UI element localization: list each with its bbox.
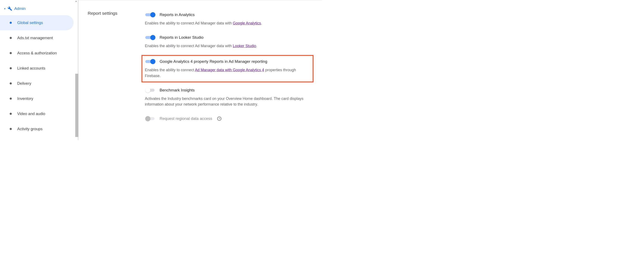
- bullet-icon: [10, 82, 12, 84]
- setting-description: Enables the ability to connect Ad Manage…: [145, 67, 309, 79]
- setting-header: Reports in Looker Studio: [145, 34, 316, 41]
- setting-header: Request regional data access ?: [145, 115, 316, 122]
- toggle-thumb: [150, 35, 156, 40]
- setting-title: Reports in Looker Studio: [160, 35, 204, 40]
- bullet-icon: [10, 97, 12, 100]
- settings-column: Reports in Analytics Enables the ability…: [145, 9, 316, 127]
- setting-description: Activates the Industry benchmarks card o…: [145, 96, 316, 108]
- main-content: Report settings Reports in Analytics Ena…: [78, 0, 322, 140]
- sidebar-item-label: Video and audio: [17, 111, 45, 116]
- sidebar-item-video-audio[interactable]: Video and audio: [0, 106, 78, 121]
- toggle-thumb: [150, 12, 156, 17]
- bullet-icon: [10, 67, 12, 69]
- setting-benchmark-insights: Benchmark Insights Activates the Industr…: [145, 84, 316, 113]
- setting-regional-data: Request regional data access ?: [145, 112, 316, 127]
- bullet-icon: [10, 113, 12, 115]
- setting-header: Reports in Analytics: [145, 12, 316, 18]
- sidebar-nav-list: Global settings Ads.txt management Acces…: [0, 15, 78, 136]
- sidebar-item-label: Ads.txt management: [17, 36, 53, 40]
- setting-title: Benchmark Insights: [160, 88, 195, 92]
- sidebar-item-inventory[interactable]: Inventory: [0, 91, 78, 106]
- bullet-icon: [10, 52, 12, 54]
- toggle-regional-data[interactable]: [145, 115, 156, 122]
- setting-title: Reports in Analytics: [160, 13, 195, 17]
- looker-studio-link[interactable]: Looker Studio: [233, 44, 256, 48]
- toggle-thumb: [150, 59, 156, 64]
- sidebar: ▲ ▼ Admin Global settings Ads.txt manage…: [0, 0, 78, 140]
- sidebar-item-global-settings[interactable]: Global settings: [0, 15, 74, 30]
- toggle-thumb: [145, 116, 150, 121]
- help-icon[interactable]: ?: [217, 116, 222, 121]
- admin-label: Admin: [14, 6, 26, 11]
- toggle-thumb: [145, 88, 150, 93]
- report-settings-section: Report settings Reports in Analytics Ena…: [88, 9, 316, 127]
- setting-reports-analytics: Reports in Analytics Enables the ability…: [145, 9, 316, 31]
- highlighted-setting-box: Google Analytics 4 property Reports in A…: [142, 55, 314, 82]
- setting-title: Request regional data access: [160, 116, 212, 121]
- sidebar-item-label: Delivery: [17, 81, 31, 86]
- sidebar-item-label: Access & authorization: [17, 51, 57, 55]
- sidebar-item-ads-txt[interactable]: Ads.txt management: [0, 30, 78, 46]
- sidebar-item-label: Global settings: [17, 21, 43, 25]
- sidebar-item-access-authorization[interactable]: Access & authorization: [0, 46, 78, 61]
- toggle-ga4-reports[interactable]: [145, 58, 156, 65]
- toggle-reports-analytics[interactable]: [145, 12, 156, 18]
- bullet-icon: [10, 37, 12, 39]
- sidebar-item-label: Linked accounts: [17, 66, 46, 71]
- bullet-icon: [10, 22, 12, 24]
- collapse-caret-icon[interactable]: ▲: [75, 0, 77, 3]
- sidebar-admin-header[interactable]: ▼ Admin: [0, 2, 78, 15]
- sidebar-item-delivery[interactable]: Delivery: [0, 76, 78, 91]
- sidebar-item-linked-accounts[interactable]: Linked accounts: [0, 61, 78, 76]
- toggle-benchmark-insights[interactable]: [145, 87, 156, 93]
- app-root: ▲ ▼ Admin Global settings Ads.txt manage…: [0, 0, 322, 140]
- ga4-link[interactable]: Ad Manager data with Google Analytics 4: [195, 68, 264, 72]
- sidebar-item-label: Activity groups: [17, 127, 42, 131]
- toggle-reports-looker[interactable]: [145, 34, 156, 41]
- chevron-down-icon: ▼: [4, 8, 6, 10]
- setting-title: Google Analytics 4 property Reports in A…: [160, 59, 267, 64]
- setting-header: Google Analytics 4 property Reports in A…: [145, 58, 309, 65]
- sidebar-item-label: Inventory: [17, 96, 33, 101]
- setting-reports-looker: Reports in Looker Studio Enables the abi…: [145, 31, 316, 54]
- setting-header: Benchmark Insights: [145, 87, 316, 93]
- bullet-icon: [10, 128, 12, 130]
- setting-ga4-reports: Google Analytics 4 property Reports in A…: [145, 58, 309, 79]
- google-analytics-link[interactable]: Google Analytics: [233, 21, 261, 25]
- section-title: Report settings: [88, 9, 145, 16]
- wrench-icon: [8, 6, 12, 11]
- scrollbar-thumb[interactable]: [75, 74, 78, 137]
- setting-description: Enables the ability to connect Ad Manage…: [145, 21, 316, 26]
- sidebar-item-activity-groups[interactable]: Activity groups: [0, 121, 78, 136]
- setting-description: Enables the ability to connect Ad Manage…: [145, 43, 316, 49]
